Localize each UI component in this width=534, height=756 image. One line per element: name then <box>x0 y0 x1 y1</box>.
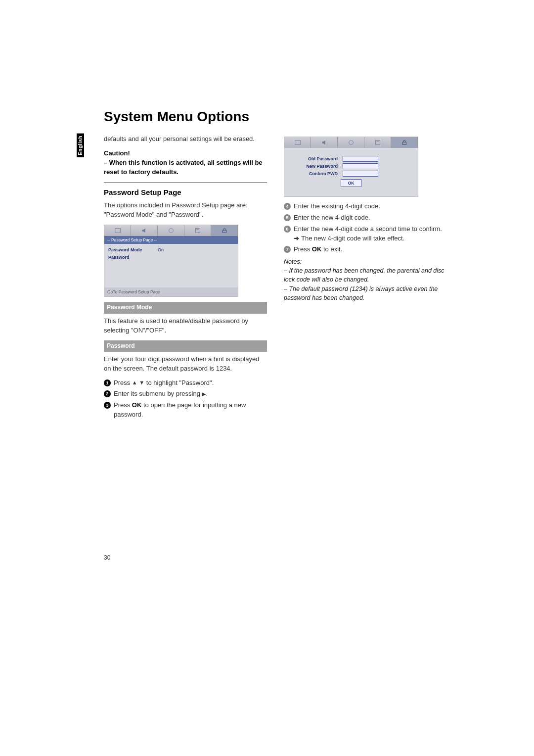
two-column-layout: defaults and all your personal settings … <box>104 135 455 422</box>
bar-password-mode: Password Mode <box>104 302 267 313</box>
osd-row: New Password <box>288 163 414 170</box>
page-title: System Menu Options <box>104 109 455 125</box>
step-number-icon: 6 <box>284 226 291 233</box>
step-number-icon: 1 <box>104 379 111 386</box>
step-text: Enter the new 4-digit code a second time… <box>294 225 442 233</box>
osd-tab-password-icon <box>211 225 238 236</box>
step-text: to exit. <box>321 245 342 253</box>
osd-subhead: -- Password Setup Page -- <box>104 236 238 244</box>
osd-row-label: Password <box>108 254 153 261</box>
password-setup-intro: The options included in Password Setup p… <box>104 201 267 220</box>
step-result: The new 4-digit code will take effect. <box>301 235 404 242</box>
ok-label: OK <box>132 401 142 409</box>
notes-line: – If the password has been changed, the … <box>284 266 447 284</box>
osd-row-value: On <box>158 247 164 253</box>
osd-password-setup: -- Password Setup Page -- Password Mode … <box>104 225 238 297</box>
ok-label: OK <box>312 245 322 253</box>
osd-tab-preference-icon <box>184 225 211 236</box>
step-1: 1 Press ▲ ▼ to highlight "Password". <box>104 378 267 388</box>
step-text: to highlight "Password". <box>144 379 214 386</box>
svg-rect-4 <box>222 230 226 233</box>
svg-rect-0 <box>115 228 120 233</box>
svg-rect-9 <box>402 142 406 144</box>
step-4: 4 Enter the existing 4-digit code. <box>284 202 447 211</box>
password-mode-desc: This feature is used to enable/disable p… <box>104 317 267 335</box>
left-column: defaults and all your personal settings … <box>104 135 267 422</box>
osd-row-label: Password Mode <box>108 247 153 253</box>
osd-tab-general-icon <box>104 225 131 236</box>
notes-label: Notes: <box>284 257 447 266</box>
osd-tab-audio-icon <box>131 225 158 236</box>
osd-password-input <box>343 156 378 162</box>
step-7: 7 Press OK to exit. <box>284 245 447 254</box>
osd-row: Password Mode On <box>108 247 234 253</box>
section-password-setup: Password Setup Page <box>104 183 267 198</box>
osd-footer: GoTo Password Setup Page <box>104 287 238 296</box>
osd-tab-password-icon <box>391 137 418 148</box>
up-arrow-icon: ▲ <box>132 379 137 387</box>
step-number-icon: 5 <box>284 214 291 221</box>
osd-tab-video-icon <box>338 137 364 148</box>
password-desc: Enter your four digit password when a hi… <box>104 355 267 374</box>
osd-row-label: New Password <box>288 163 338 170</box>
result-arrow-icon: ➜ <box>294 235 299 242</box>
step-6: 6 Enter the new 4-digit code a second ti… <box>284 225 447 243</box>
osd-password-input <box>343 171 378 177</box>
notes-line: – The default password (1234) is always … <box>284 284 447 302</box>
page-number: 30 <box>104 554 110 561</box>
step-number-icon: 2 <box>104 390 111 397</box>
svg-point-1 <box>169 228 173 233</box>
caution-label: Caution! <box>104 149 130 157</box>
svg-rect-5 <box>295 141 300 145</box>
osd-row-label: Confirm PWD <box>288 171 338 177</box>
right-column: Old Password New Password Confirm PWD OK <box>284 135 447 422</box>
step-5: 5 Enter the new 4-digit code. <box>284 213 447 223</box>
osd-ok-button: OK <box>341 179 361 187</box>
step-number-icon: 4 <box>284 203 291 210</box>
step-number-icon: 3 <box>104 402 111 409</box>
step-text: Press <box>114 379 132 386</box>
step-text: Enter the new 4-digit code. <box>294 213 370 223</box>
svg-point-6 <box>349 141 353 145</box>
step-text: . <box>206 390 208 397</box>
step-text: Enter the existing 4-digit code. <box>294 202 380 211</box>
step-text: Enter its submenu by pressing <box>114 390 202 397</box>
step-text: Press <box>294 245 312 253</box>
osd-tab-preference-icon <box>364 137 391 148</box>
page-content: System Menu Options defaults and all you… <box>74 109 455 422</box>
osd-tab-video-icon <box>158 225 184 236</box>
osd-password-input <box>343 163 378 169</box>
osd-row-label: Old Password <box>288 156 338 162</box>
step-3: 3 Press OK to open the page for inputtin… <box>104 401 267 420</box>
step-number-icon: 7 <box>284 246 291 253</box>
intro-continuation: defaults and all your personal settings … <box>104 135 267 144</box>
step-text: Press <box>114 401 132 409</box>
down-arrow-icon: ▼ <box>139 379 144 387</box>
notes-block: Notes: – If the password has been change… <box>284 257 447 302</box>
bar-password: Password <box>104 340 267 352</box>
osd-row: Old Password <box>288 156 414 162</box>
caution-text: – When this function is activated, all s… <box>104 159 263 176</box>
osd-row: Password <box>108 254 234 261</box>
osd-tab-audio-icon <box>311 137 338 148</box>
osd-tab-general-icon <box>284 137 311 148</box>
osd-row: Confirm PWD <box>288 171 414 177</box>
step-2: 2 Enter its submenu by pressing ▶. <box>104 389 267 399</box>
osd-password-entry: Old Password New Password Confirm PWD OK <box>284 137 418 197</box>
